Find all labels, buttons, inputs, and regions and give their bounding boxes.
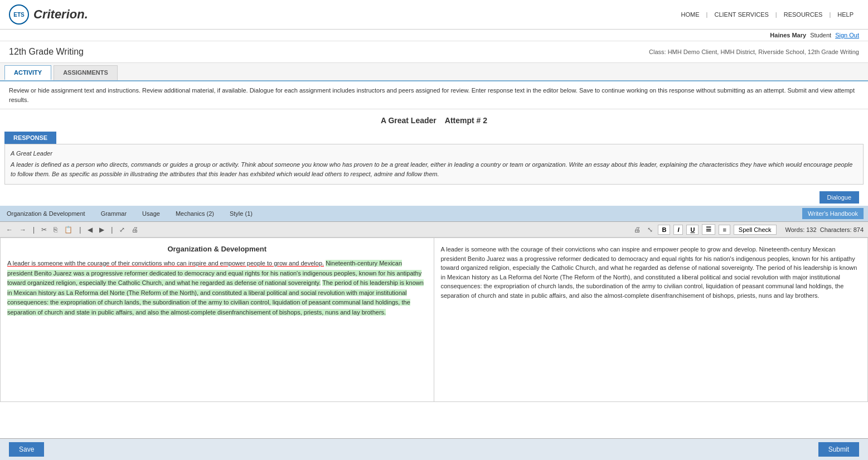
signout-link[interactable]: Sign Out xyxy=(835,32,859,38)
arrow-left-icon[interactable]: ◀ xyxy=(86,225,94,234)
prompt-title: A Great Leader xyxy=(11,150,857,157)
redo-icon[interactable]: → xyxy=(18,225,28,234)
right-pane-text: A leader is someone with the courage of … xyxy=(441,246,857,299)
page-title: 12th Grade Writing xyxy=(9,47,84,57)
response-tab-button[interactable]: RESPONSE xyxy=(4,132,56,144)
response-section: RESPONSE A Great Leader A leader is defi… xyxy=(0,132,868,206)
toolbar-sep2: | xyxy=(77,225,83,234)
main-tabs-bar: ACTIVITY ASSIGNMENTS xyxy=(0,63,868,81)
instructions-text: Review or hide assignment text and instr… xyxy=(0,81,868,109)
ets-logo: ETS xyxy=(9,4,29,25)
bold-button[interactable]: B xyxy=(658,225,670,235)
response-box: A Great Leader A leader is defined as a … xyxy=(4,144,864,185)
dialogue-btn-row: Dialogue xyxy=(4,189,864,206)
nav-links: HOME | CLIENT SERVICES | RESOURCES | HEL… xyxy=(676,11,859,18)
scoring-tab-usage[interactable]: Usage xyxy=(140,209,162,218)
dialogue-button[interactable]: Dialogue xyxy=(819,191,859,204)
class-info: Class: HMH Demo Client, HMH District, Ri… xyxy=(649,49,859,55)
brand-name: Criterion. xyxy=(33,7,88,22)
page-header: 12th Grade Writing Class: HMH Demo Clien… xyxy=(0,41,868,63)
expand-icon2[interactable]: ⤡ xyxy=(646,225,654,234)
toolbar-sep1: | xyxy=(31,225,36,234)
scoring-tab-mechanics[interactable]: Mechanics (2) xyxy=(173,209,216,218)
editor-toolbar: ← → | ✂ ⎘ 📋 | ◀ ▶ | ⤢ 🖨 🖨 ⤡ B I U ☰ ≡ Sp… xyxy=(0,222,868,238)
text-red-underline: A leader is someone with the courage of … xyxy=(7,260,324,267)
word-count: Words: 132 Characters: 874 xyxy=(785,226,864,233)
paste-icon[interactable]: 📋 xyxy=(62,225,74,234)
undo-icon[interactable]: ← xyxy=(4,225,14,234)
split-editor-area: Organization & Development A leader is s… xyxy=(0,238,868,402)
print-icon2[interactable]: 🖨 xyxy=(632,225,642,234)
logo-area: ETS Criterion. xyxy=(9,4,88,25)
toolbar-right: 🖨 ⤡ B I U ☰ ≡ Spell Check Words: 132 Cha… xyxy=(632,224,864,235)
numbered-list-button[interactable]: ≡ xyxy=(719,225,730,235)
scoring-tab-grammar[interactable]: Grammar xyxy=(99,209,129,218)
username: Haines Mary xyxy=(770,32,806,38)
arrow-right-icon[interactable]: ▶ xyxy=(98,225,106,234)
underline-button[interactable]: U xyxy=(686,225,699,235)
toolbar-sep3: | xyxy=(109,225,114,234)
toolbar-left: ← → | ✂ ⎘ 📋 | ◀ ▶ | ⤢ 🖨 xyxy=(4,225,140,234)
tab-activity[interactable]: ACTIVITY xyxy=(4,65,51,80)
tab-assignments[interactable]: ASSIGNMENTS xyxy=(54,65,118,80)
scoring-tab-style[interactable]: Style (1) xyxy=(227,209,255,218)
scoring-tabs-bar: Organization & Development Grammar Usage… xyxy=(0,206,868,222)
user-bar: Haines Mary Student Sign Out xyxy=(0,30,868,41)
scoring-tab-org[interactable]: Organization & Development xyxy=(4,209,88,218)
top-nav: ETS Criterion. HOME | CLIENT SERVICES | … xyxy=(0,0,868,30)
scoring-tabs-list: Organization & Development Grammar Usage… xyxy=(4,209,255,218)
user-role: Student xyxy=(810,32,831,38)
nav-home[interactable]: HOME xyxy=(676,11,705,18)
assignment-title: A Great Leader Attempt # 2 xyxy=(0,109,868,132)
expand-icon[interactable]: ⤢ xyxy=(118,225,127,234)
cut-icon[interactable]: ✂ xyxy=(40,225,49,234)
print-icon[interactable]: 🖨 xyxy=(130,225,140,234)
nav-client-services[interactable]: CLIENT SERVICES xyxy=(709,11,774,18)
copy-icon[interactable]: ⎘ xyxy=(52,225,59,234)
left-pane: Organization & Development A leader is s… xyxy=(1,238,434,401)
prompt-text: A leader is defined as a person who dire… xyxy=(11,160,857,178)
highlighted-text[interactable]: A leader is someone with the courage of … xyxy=(7,259,427,318)
bullet-list-button[interactable]: ☰ xyxy=(702,224,715,235)
nav-help[interactable]: HELP xyxy=(832,11,859,18)
italic-button[interactable]: I xyxy=(673,225,683,235)
right-pane[interactable]: A leader is someone with the courage of … xyxy=(434,238,868,401)
left-pane-heading: Organization & Development xyxy=(7,245,427,253)
spell-check-button[interactable]: Spell Check xyxy=(734,225,777,235)
writers-handbook-button[interactable]: Writer's Handbook xyxy=(802,208,864,219)
nav-resources[interactable]: RESOURCES xyxy=(778,11,828,18)
